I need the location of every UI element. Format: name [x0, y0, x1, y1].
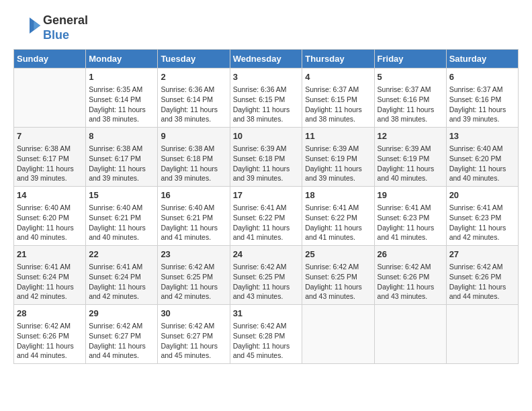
calendar-cell: 7Sunrise: 6:38 AM Sunset: 6:17 PM Daylig… [14, 128, 86, 187]
day-number: 11 [305, 130, 371, 142]
day-number: 13 [449, 130, 515, 142]
day-number: 20 [449, 189, 515, 201]
calendar-week-row: 21Sunrise: 6:41 AM Sunset: 6:24 PM Dayli… [14, 246, 519, 305]
day-info: Sunrise: 6:42 AM Sunset: 6:26 PM Dayligh… [17, 321, 83, 361]
calendar-cell [374, 304, 446, 363]
calendar-cell: 19Sunrise: 6:41 AM Sunset: 6:23 PM Dayli… [374, 187, 446, 246]
day-info: Sunrise: 6:42 AM Sunset: 6:27 PM Dayligh… [89, 321, 154, 361]
day-number: 21 [17, 248, 83, 261]
calendar-cell: 24Sunrise: 6:42 AM Sunset: 6:25 PM Dayli… [230, 246, 302, 305]
day-number: 22 [89, 248, 154, 261]
calendar-week-row: 14Sunrise: 6:40 AM Sunset: 6:20 PM Dayli… [14, 187, 519, 246]
calendar-cell: 12Sunrise: 6:39 AM Sunset: 6:19 PM Dayli… [374, 128, 446, 187]
day-number: 8 [89, 130, 154, 142]
day-info: Sunrise: 6:41 AM Sunset: 6:23 PM Dayligh… [378, 203, 443, 242]
calendar-cell: 16Sunrise: 6:40 AM Sunset: 6:21 PM Dayli… [158, 187, 230, 246]
day-info: Sunrise: 6:40 AM Sunset: 6:21 PM Dayligh… [89, 203, 154, 242]
calendar-cell: 28Sunrise: 6:42 AM Sunset: 6:26 PM Dayli… [14, 304, 86, 363]
day-info: Sunrise: 6:40 AM Sunset: 6:20 PM Dayligh… [17, 203, 83, 242]
calendar-cell: 6Sunrise: 6:37 AM Sunset: 6:16 PM Daylig… [446, 68, 518, 128]
day-info: Sunrise: 6:38 AM Sunset: 6:17 PM Dayligh… [17, 144, 83, 183]
day-info: Sunrise: 6:36 AM Sunset: 6:14 PM Dayligh… [161, 85, 226, 124]
calendar-cell [14, 68, 86, 128]
weekday-header-wednesday: Wednesday [230, 50, 302, 68]
day-info: Sunrise: 6:42 AM Sunset: 6:25 PM Dayligh… [161, 262, 226, 302]
day-info: Sunrise: 6:37 AM Sunset: 6:16 PM Dayligh… [378, 85, 443, 124]
day-info: Sunrise: 6:42 AM Sunset: 6:25 PM Dayligh… [233, 262, 300, 302]
day-number: 6 [449, 71, 515, 83]
calendar-table: SundayMondayTuesdayWednesdayThursdayFrid… [13, 49, 519, 364]
day-number: 16 [161, 189, 226, 201]
day-info: Sunrise: 6:41 AM Sunset: 6:23 PM Dayligh… [449, 203, 515, 242]
calendar-cell: 21Sunrise: 6:41 AM Sunset: 6:24 PM Dayli… [14, 246, 86, 305]
calendar-cell: 8Sunrise: 6:38 AM Sunset: 6:17 PM Daylig… [86, 128, 158, 187]
day-info: Sunrise: 6:42 AM Sunset: 6:25 PM Dayligh… [305, 262, 371, 302]
calendar-cell: 18Sunrise: 6:41 AM Sunset: 6:22 PM Dayli… [302, 187, 374, 246]
calendar-cell: 3Sunrise: 6:36 AM Sunset: 6:15 PM Daylig… [230, 68, 302, 128]
day-number: 10 [233, 130, 300, 142]
day-info: Sunrise: 6:36 AM Sunset: 6:15 PM Dayligh… [233, 85, 300, 124]
day-number: 7 [17, 130, 83, 142]
calendar-week-row: 7Sunrise: 6:38 AM Sunset: 6:17 PM Daylig… [14, 128, 519, 187]
day-info: Sunrise: 6:39 AM Sunset: 6:18 PM Dayligh… [233, 144, 300, 183]
day-info: Sunrise: 6:38 AM Sunset: 6:17 PM Dayligh… [89, 144, 154, 183]
weekday-header-monday: Monday [86, 50, 158, 68]
day-number: 12 [378, 130, 443, 142]
calendar-cell: 22Sunrise: 6:41 AM Sunset: 6:24 PM Dayli… [86, 246, 158, 305]
day-info: Sunrise: 6:42 AM Sunset: 6:26 PM Dayligh… [449, 262, 515, 302]
day-info: Sunrise: 6:39 AM Sunset: 6:19 PM Dayligh… [305, 144, 371, 183]
logo-icon [13, 15, 40, 42]
day-info: Sunrise: 6:42 AM Sunset: 6:26 PM Dayligh… [378, 262, 443, 302]
weekday-header-row: SundayMondayTuesdayWednesdayThursdayFrid… [14, 50, 519, 68]
day-number: 15 [89, 189, 154, 201]
day-info: Sunrise: 6:40 AM Sunset: 6:20 PM Dayligh… [449, 144, 515, 183]
day-number: 9 [161, 130, 226, 142]
day-number: 17 [233, 189, 300, 201]
weekday-header-sunday: Sunday [14, 50, 86, 68]
calendar-cell: 29Sunrise: 6:42 AM Sunset: 6:27 PM Dayli… [86, 304, 158, 363]
calendar-cell: 23Sunrise: 6:42 AM Sunset: 6:25 PM Dayli… [158, 246, 230, 305]
day-info: Sunrise: 6:41 AM Sunset: 6:24 PM Dayligh… [89, 262, 154, 302]
day-number: 31 [233, 308, 300, 320]
day-number: 1 [89, 71, 154, 83]
calendar-cell: 10Sunrise: 6:39 AM Sunset: 6:18 PM Dayli… [230, 128, 302, 187]
day-number: 24 [233, 248, 300, 261]
calendar-cell: 15Sunrise: 6:40 AM Sunset: 6:21 PM Dayli… [86, 187, 158, 246]
day-number: 28 [17, 308, 83, 320]
calendar-week-row: 28Sunrise: 6:42 AM Sunset: 6:26 PM Dayli… [14, 304, 519, 363]
day-number: 18 [305, 189, 371, 201]
calendar-header: SundayMondayTuesdayWednesdayThursdayFrid… [14, 50, 519, 68]
day-number: 19 [378, 189, 443, 201]
day-info: Sunrise: 6:41 AM Sunset: 6:24 PM Dayligh… [17, 262, 83, 302]
day-info: Sunrise: 6:40 AM Sunset: 6:21 PM Dayligh… [161, 203, 226, 242]
calendar-cell: 17Sunrise: 6:41 AM Sunset: 6:22 PM Dayli… [230, 187, 302, 246]
page-header: General Blue [13, 13, 519, 42]
weekday-header-saturday: Saturday [446, 50, 518, 68]
day-info: Sunrise: 6:42 AM Sunset: 6:28 PM Dayligh… [233, 321, 300, 361]
calendar-cell: 25Sunrise: 6:42 AM Sunset: 6:25 PM Dayli… [302, 246, 374, 305]
calendar-cell: 26Sunrise: 6:42 AM Sunset: 6:26 PM Dayli… [374, 246, 446, 305]
calendar-cell: 13Sunrise: 6:40 AM Sunset: 6:20 PM Dayli… [446, 128, 518, 187]
calendar-cell: 31Sunrise: 6:42 AM Sunset: 6:28 PM Dayli… [230, 304, 302, 363]
day-number: 5 [378, 71, 443, 83]
weekday-header-friday: Friday [374, 50, 446, 68]
calendar-cell: 5Sunrise: 6:37 AM Sunset: 6:16 PM Daylig… [374, 68, 446, 128]
day-info: Sunrise: 6:35 AM Sunset: 6:14 PM Dayligh… [89, 85, 154, 124]
day-number: 4 [305, 71, 371, 83]
calendar-cell: 11Sunrise: 6:39 AM Sunset: 6:19 PM Dayli… [302, 128, 374, 187]
day-info: Sunrise: 6:38 AM Sunset: 6:18 PM Dayligh… [161, 144, 226, 183]
weekday-header-tuesday: Tuesday [158, 50, 230, 68]
logo-text: General Blue [43, 13, 88, 42]
calendar-cell: 1Sunrise: 6:35 AM Sunset: 6:14 PM Daylig… [86, 68, 158, 128]
calendar-cell [446, 304, 518, 363]
calendar-cell: 27Sunrise: 6:42 AM Sunset: 6:26 PM Dayli… [446, 246, 518, 305]
day-info: Sunrise: 6:41 AM Sunset: 6:22 PM Dayligh… [233, 203, 300, 242]
weekday-header-thursday: Thursday [302, 50, 374, 68]
day-number: 25 [305, 248, 371, 261]
day-number: 23 [161, 248, 226, 261]
calendar-cell: 4Sunrise: 6:37 AM Sunset: 6:15 PM Daylig… [302, 68, 374, 128]
calendar-week-row: 1Sunrise: 6:35 AM Sunset: 6:14 PM Daylig… [14, 68, 519, 128]
day-number: 29 [89, 308, 154, 320]
calendar-cell: 30Sunrise: 6:42 AM Sunset: 6:27 PM Dayli… [158, 304, 230, 363]
calendar-body: 1Sunrise: 6:35 AM Sunset: 6:14 PM Daylig… [14, 68, 519, 364]
